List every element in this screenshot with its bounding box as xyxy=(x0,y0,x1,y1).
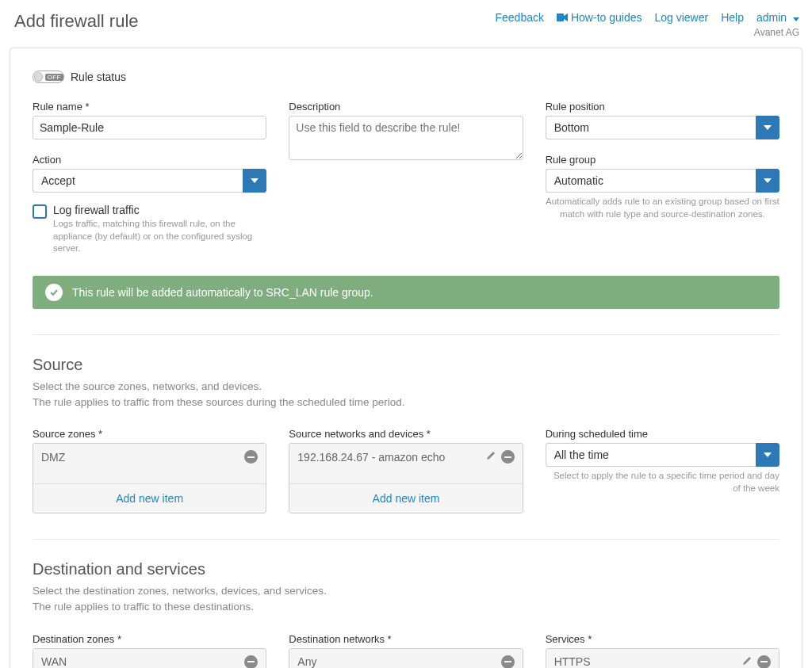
dest-networks-label: Destination networks xyxy=(289,633,523,645)
services-label: Services xyxy=(546,633,779,645)
action-label: Action xyxy=(33,154,266,166)
sched-dropdown-button[interactable] xyxy=(756,443,779,467)
list-item-label: HTTPS xyxy=(554,655,591,668)
edit-icon[interactable] xyxy=(741,655,753,668)
services-col: Services HTTPS Add new item Serv xyxy=(546,633,779,668)
sched-select[interactable]: All the time xyxy=(546,443,779,467)
separator xyxy=(33,539,779,540)
description-label: Description xyxy=(289,101,523,113)
log-traffic-row: Log firewall traffic Logs traffic, match… xyxy=(33,204,266,255)
log-traffic-help: Logs traffic, matching this firewall rul… xyxy=(53,218,266,255)
source-title: Source xyxy=(33,356,779,374)
video-camera-icon xyxy=(557,11,568,24)
main-panel: OFF Rule status Rule name Action Accept … xyxy=(10,48,802,668)
source-row: Source zones DMZ Add new item Source net… xyxy=(33,428,779,513)
add-source-network-button[interactable]: Add new item xyxy=(289,483,522,513)
rule-position-label: Rule position xyxy=(546,101,779,113)
sched-label: During scheduled time xyxy=(546,428,779,440)
source-zones-box: DMZ Add new item xyxy=(33,443,266,513)
source-networks-box: 192.168.24.67 - amazon echo Add new item xyxy=(289,443,523,513)
rule-status-toggle[interactable]: OFF xyxy=(33,71,64,83)
separator xyxy=(33,334,779,335)
dest-networks-col: Destination networks Any Add new item xyxy=(289,633,523,668)
list-item: DMZ xyxy=(33,444,266,470)
action-select[interactable]: Accept xyxy=(33,169,266,193)
check-circle-icon xyxy=(45,284,63,301)
list-item: WAN xyxy=(33,649,266,668)
rule-name-label: Rule name xyxy=(33,101,266,113)
list-item-label: WAN xyxy=(41,655,67,668)
edit-icon[interactable] xyxy=(485,450,496,464)
topbar: Add firewall rule Feedback How-to guides… xyxy=(0,0,812,43)
rule-group-select[interactable]: Automatic xyxy=(546,169,779,193)
source-sched-col: During scheduled time All the time Selec… xyxy=(546,428,779,513)
list-item: Any xyxy=(289,649,522,668)
info-banner: This rule will be added automatically to… xyxy=(33,276,779,309)
rule-group-help: Automatically adds rule to an existing g… xyxy=(546,196,779,220)
caret-down-icon xyxy=(764,125,772,130)
list-item-label: 192.168.24.67 - amazon echo xyxy=(297,451,445,464)
banner-text: This rule will be added automatically to… xyxy=(72,286,373,299)
caret-down-icon xyxy=(251,178,259,183)
rule-group-label: Rule group xyxy=(546,154,779,166)
log-traffic-checkbox[interactable] xyxy=(33,204,47,219)
rule-position-value: Bottom xyxy=(546,116,756,139)
source-zones-col: Source zones DMZ Add new item xyxy=(33,428,266,513)
caret-down-icon xyxy=(764,452,772,457)
list-item: HTTPS xyxy=(546,649,779,668)
list-item: 192.168.24.67 - amazon echo xyxy=(289,444,522,470)
dest-zones-col: Destination zones WAN Add new item xyxy=(33,633,266,668)
basic-row: Rule name Action Accept Log firewall tra… xyxy=(33,101,779,255)
source-networks-col: Source networks and devices 192.168.24.6… xyxy=(289,428,523,513)
remove-icon[interactable] xyxy=(244,450,258,464)
howto-label: How-to guides xyxy=(571,11,642,24)
source-zones-label: Source zones xyxy=(33,428,266,440)
action-dropdown-button[interactable] xyxy=(243,169,266,193)
logviewer-link[interactable]: Log viewer xyxy=(654,11,708,24)
feedback-link[interactable]: Feedback xyxy=(495,11,543,24)
list-item-label: DMZ xyxy=(41,451,65,464)
caret-down-icon xyxy=(793,11,799,24)
action-value: Accept xyxy=(33,169,243,193)
description-textarea[interactable] xyxy=(289,116,523,160)
dest-desc: Select the destination zones, networks, … xyxy=(33,583,779,616)
col-middle: Description xyxy=(289,101,523,255)
remove-icon[interactable] xyxy=(501,655,515,668)
user-menu[interactable]: admin xyxy=(756,11,799,24)
dest-zones-label: Destination zones xyxy=(33,633,266,645)
remove-icon[interactable] xyxy=(244,655,258,668)
col-left: Rule name Action Accept Log firewall tra… xyxy=(33,101,266,255)
page-title: Add firewall rule xyxy=(14,11,139,32)
col-right: Rule position Bottom Rule group Automati… xyxy=(546,101,779,255)
help-link[interactable]: Help xyxy=(721,11,744,24)
remove-icon[interactable] xyxy=(757,655,771,668)
services-box: HTTPS Add new item xyxy=(546,648,779,668)
sched-help: Select to apply the rule to a specific t… xyxy=(546,470,779,494)
howto-link[interactable]: How-to guides xyxy=(557,11,642,24)
source-desc: Select the source zones, networks, and d… xyxy=(33,379,779,411)
sched-value: All the time xyxy=(546,443,756,467)
source-networks-label: Source networks and devices xyxy=(289,428,523,440)
brand-sublabel: Avanet AG xyxy=(754,27,799,38)
top-links: Feedback How-to guides Log viewer Help a… xyxy=(495,11,799,38)
add-source-zone-button[interactable]: Add new item xyxy=(33,483,266,513)
dest-title: Destination and services xyxy=(33,560,779,578)
toggle-knob-icon xyxy=(34,72,43,82)
rule-group-dropdown-button[interactable] xyxy=(756,169,779,193)
rule-position-dropdown-button[interactable] xyxy=(756,116,779,139)
remove-icon[interactable] xyxy=(501,450,515,464)
user-label: admin xyxy=(756,11,787,24)
svg-rect-0 xyxy=(557,13,564,21)
rule-position-select[interactable]: Bottom xyxy=(546,116,779,139)
caret-down-icon xyxy=(764,178,772,183)
rule-status-row: OFF Rule status xyxy=(33,71,779,83)
toggle-off-label: OFF xyxy=(45,74,64,81)
dest-networks-box: Any Add new item xyxy=(289,648,523,668)
dest-zones-box: WAN Add new item xyxy=(33,648,266,668)
rule-status-label: Rule status xyxy=(71,71,126,83)
rule-name-input[interactable] xyxy=(33,116,266,139)
list-item-label: Any xyxy=(297,655,316,668)
rule-group-value: Automatic xyxy=(546,169,756,193)
dest-row: Destination zones WAN Add new item Desti… xyxy=(33,633,779,668)
log-traffic-label: Log firewall traffic xyxy=(53,204,266,216)
